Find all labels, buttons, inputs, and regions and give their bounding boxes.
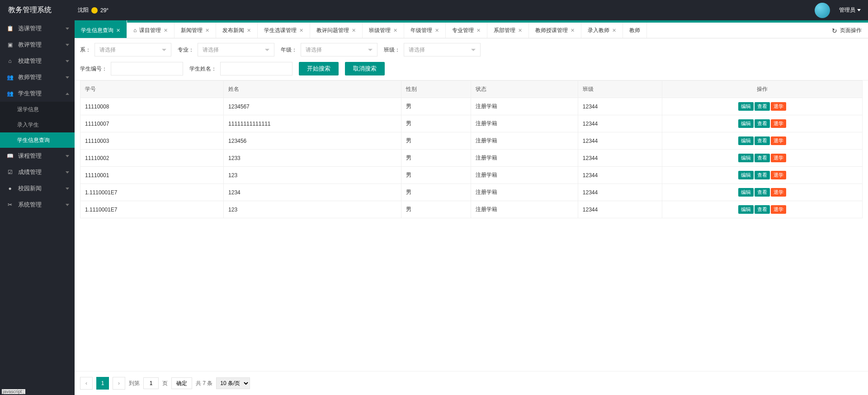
- cell-id: 11110001: [80, 167, 224, 184]
- tab-11[interactable]: 录入教师✕: [581, 23, 623, 38]
- sidebar-icon: 📖: [6, 153, 14, 159]
- sidebar-icon: 👥: [6, 74, 14, 80]
- tab-1[interactable]: ⌂课目管理✕: [127, 23, 175, 38]
- caret-icon: [66, 204, 69, 206]
- edit-button[interactable]: 编辑: [738, 102, 754, 111]
- user-menu[interactable]: 管理员: [839, 6, 861, 14]
- close-icon[interactable]: ✕: [571, 28, 575, 33]
- tab-label: 班级管理: [369, 27, 391, 34]
- view-button[interactable]: 查看: [755, 119, 770, 128]
- tab-label: 学生信息查询: [81, 27, 113, 34]
- sidebar-item-7[interactable]: ●校园新闻: [0, 180, 75, 197]
- tab-7[interactable]: 年级管理✕: [404, 23, 446, 38]
- sidebar-item-5[interactable]: 📖课程管理: [0, 148, 75, 164]
- close-icon[interactable]: ✕: [476, 28, 481, 33]
- tab-label: 年级管理: [410, 27, 432, 34]
- view-button[interactable]: 查看: [755, 154, 770, 162]
- sidebar-icon: ⌂: [6, 58, 14, 64]
- sidebar-item-4[interactable]: 👥学生管理: [0, 85, 75, 102]
- goto-confirm-button[interactable]: 确定: [171, 377, 192, 389]
- sidebar-icon: ☑: [6, 169, 14, 175]
- prev-page-button[interactable]: ‹: [80, 377, 93, 390]
- cell-id: 11110007: [80, 115, 224, 132]
- close-icon[interactable]: ✕: [612, 28, 616, 33]
- tab-label: 课目管理: [139, 27, 161, 34]
- tabs-bar: 学生信息查询✕⌂课目管理✕新闻管理✕发布新闻✕学生选课管理✕教评问题管理✕班级管…: [75, 20, 868, 38]
- view-button[interactable]: 查看: [755, 171, 770, 179]
- sidebar-subitem-4-1[interactable]: 录入学生: [0, 117, 75, 132]
- tab-3[interactable]: 发布新闻✕: [216, 23, 258, 38]
- page-1-button[interactable]: 1: [96, 377, 109, 390]
- per-page-select[interactable]: 10 条/页: [216, 377, 250, 389]
- edit-button[interactable]: 编辑: [738, 171, 754, 179]
- major-select[interactable]: 请选择: [198, 43, 274, 56]
- view-button[interactable]: 查看: [755, 102, 770, 111]
- cancel-search-button[interactable]: 取消搜索: [345, 62, 385, 75]
- quit-button[interactable]: 退学: [771, 205, 786, 214]
- sidebar-item-3[interactable]: 👥教师管理: [0, 69, 75, 85]
- sidebar-item-1[interactable]: ▣教评管理: [0, 37, 75, 53]
- edit-button[interactable]: 编辑: [738, 136, 754, 145]
- search-button[interactable]: 开始搜索: [299, 62, 339, 75]
- tab-label: 录入教师: [588, 27, 609, 34]
- stu-name-input[interactable]: [220, 62, 292, 75]
- tab-2[interactable]: 新闻管理✕: [175, 23, 216, 38]
- cell-actions: 编辑查看退学: [662, 115, 863, 132]
- quit-button[interactable]: 退学: [771, 154, 786, 162]
- col-header-5: 操作: [662, 81, 863, 98]
- close-icon[interactable]: ✕: [435, 28, 439, 33]
- view-button[interactable]: 查看: [755, 188, 770, 197]
- sidebar-icon: ✂: [6, 202, 14, 208]
- close-icon[interactable]: ✕: [116, 28, 120, 33]
- sidebar-item-2[interactable]: ⌂校建管理: [0, 53, 75, 69]
- close-icon[interactable]: ✕: [393, 28, 397, 33]
- cell-name: 1234: [224, 184, 401, 201]
- close-icon[interactable]: ✕: [247, 28, 251, 33]
- quit-button[interactable]: 退学: [771, 188, 786, 197]
- sidebar-item-8[interactable]: ✂系统管理: [0, 197, 75, 213]
- close-icon[interactable]: ✕: [352, 28, 356, 33]
- table-row: 1111000711111111111111男注册学籍12344编辑查看退学: [80, 115, 863, 132]
- app-title: 教务管理系统: [0, 5, 60, 15]
- tab-0[interactable]: 学生信息查询✕: [75, 20, 127, 38]
- quit-button[interactable]: 退学: [771, 136, 786, 145]
- sidebar-subitem-4-0[interactable]: 退学信息: [0, 102, 75, 117]
- table-wrap: 学号姓名性别状态班级操作 111100081234567男注册学籍12344编辑…: [75, 80, 868, 371]
- tab-12[interactable]: 教师: [623, 23, 647, 38]
- table-row: 11110001123男注册学籍12344编辑查看退学: [80, 167, 863, 184]
- avatar[interactable]: [815, 3, 830, 18]
- tab-6[interactable]: 班级管理✕: [363, 23, 404, 38]
- close-icon[interactable]: ✕: [518, 28, 522, 33]
- stu-no-input[interactable]: [111, 62, 183, 75]
- quit-button[interactable]: 退学: [771, 171, 786, 179]
- edit-button[interactable]: 编辑: [738, 188, 754, 197]
- quit-button[interactable]: 退学: [771, 102, 786, 111]
- next-page-button[interactable]: ›: [113, 377, 125, 390]
- tab-5[interactable]: 教评问题管理✕: [310, 23, 363, 38]
- quit-button[interactable]: 退学: [771, 119, 786, 128]
- sidebar-subitem-4-2[interactable]: 学生信息查询: [0, 132, 75, 148]
- edit-button[interactable]: 编辑: [738, 119, 754, 128]
- sidebar-label: 课程管理: [18, 152, 42, 160]
- close-icon[interactable]: ✕: [164, 28, 168, 33]
- view-button[interactable]: 查看: [755, 136, 770, 145]
- close-icon[interactable]: ✕: [299, 28, 303, 33]
- tab-9[interactable]: 系部管理✕: [487, 23, 529, 38]
- tab-10[interactable]: 教师授课管理✕: [529, 23, 581, 38]
- view-button[interactable]: 查看: [755, 205, 770, 214]
- class-select[interactable]: 请选择: [404, 43, 481, 56]
- page-operations[interactable]: ↻ 页面操作: [826, 23, 868, 38]
- sidebar-item-6[interactable]: ☑成绩管理: [0, 164, 75, 180]
- sidebar-item-0[interactable]: 📋选课管理: [0, 20, 75, 37]
- cell-actions: 编辑查看退学: [662, 201, 863, 218]
- sidebar-icon: 👥: [6, 90, 14, 97]
- tab-8[interactable]: 专业管理✕: [446, 23, 487, 38]
- close-icon[interactable]: ✕: [205, 28, 209, 33]
- edit-button[interactable]: 编辑: [738, 205, 754, 214]
- tab-4[interactable]: 学生选课管理✕: [258, 23, 310, 38]
- dept-select[interactable]: 请选择: [94, 43, 171, 56]
- grade-select[interactable]: 请选择: [301, 43, 377, 56]
- edit-button[interactable]: 编辑: [738, 154, 754, 162]
- goto-page-input[interactable]: [143, 377, 159, 389]
- cell-class: 12344: [578, 167, 662, 184]
